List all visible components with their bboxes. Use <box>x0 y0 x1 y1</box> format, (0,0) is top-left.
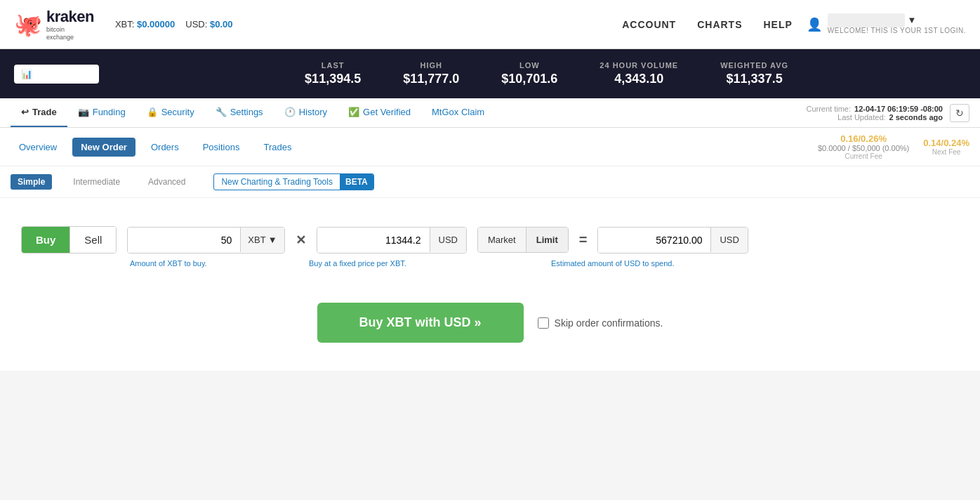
nav-links: ACCOUNT CHARTS HELP <box>622 19 793 30</box>
pair-dropdown-icon: ▼ <box>83 69 92 79</box>
sell-button[interactable]: Sell <box>69 227 116 253</box>
ticker-stats: LAST $11,394.5 HIGH $11,777.0 LOW $10,70… <box>127 61 966 86</box>
chart-icon: 📊 <box>21 69 32 79</box>
amount-input[interactable] <box>128 228 240 253</box>
user-avatar-icon: 👤 <box>807 17 822 32</box>
logo-sub1: bitcoin <box>46 26 65 33</box>
price-input[interactable] <box>317 228 430 253</box>
logo-sub2: exchange <box>46 34 74 41</box>
verified-icon: ✅ <box>348 107 359 117</box>
sub-navigation: Overview New Order Orders Positions Trad… <box>0 128 980 166</box>
ticker-low: LOW $10,701.6 <box>501 61 557 86</box>
tab-security[interactable]: 🔒 Security <box>136 98 205 127</box>
username-display: ▼ <box>828 15 966 25</box>
limit-button[interactable]: Limit <box>526 228 568 252</box>
price-help: Buy at a fixed price per XBT. <box>309 259 446 268</box>
price-currency: USD <box>430 228 466 252</box>
multiply-sign: ✕ <box>296 232 306 248</box>
funding-icon: 📷 <box>78 107 89 117</box>
total-input[interactable] <box>598 228 710 253</box>
ticker-volume: 24 HOUR VOLUME 4,343.10 <box>600 61 678 86</box>
equals-sign: = <box>579 232 588 248</box>
skip-confirm-label: Skip order confirmations. <box>555 317 663 329</box>
amount-help: Amount of XBT to buy. <box>130 259 267 268</box>
subnav-trades[interactable]: Trades <box>255 138 300 157</box>
submit-area: Buy XBT with USD » Skip order confirmati… <box>21 303 959 343</box>
order-type-bar: Simple Intermediate Advanced New Chartin… <box>0 166 980 198</box>
xbt-balance: XBT: $0.00000 <box>115 19 175 29</box>
main-content: ↩ Trade 📷 Funding 🔒 Security 🔧 Settings … <box>0 98 980 371</box>
tab-trade[interactable]: ↩ Trade <box>11 98 67 127</box>
buy-sell-toggle: Buy Sell <box>21 226 117 254</box>
welcome-text: WELCOME! THIS IS YOUR 1ST LOGIN. <box>828 27 966 34</box>
order-type-select: Market Limit <box>477 227 569 253</box>
pair-label: XBT/USD <box>38 69 77 79</box>
ticker-bar: 📊 XBT/USD ▼ LAST $11,394.5 HIGH $11,777.… <box>0 49 980 98</box>
order-row: Buy Sell XBT ▼ ✕ USD Market Limit <box>21 226 959 254</box>
ticker-wavg: WEIGHTED AVG $11,337.5 <box>720 61 788 86</box>
time-area: Current time: 12-04-17 06:19:59 -08:00 L… <box>806 101 943 125</box>
amount-group: XBT ▼ <box>127 227 284 254</box>
buy-submit-button[interactable]: Buy XBT with USD » <box>317 303 524 343</box>
balance-area: XBT: $0.00000 USD: $0.00 <box>115 19 233 29</box>
trading-area: Buy Sell XBT ▼ ✕ USD Market Limit <box>0 198 980 371</box>
order-simple-button[interactable]: Simple <box>11 174 52 190</box>
tab-mtgox[interactable]: MtGox Claim <box>421 98 495 127</box>
market-button[interactable]: Market <box>478 228 526 252</box>
subnav-new-order[interactable]: New Order <box>72 138 135 157</box>
total-group: USD <box>597 227 748 254</box>
history-icon: 🕐 <box>284 107 296 117</box>
amount-currency-select[interactable]: XBT ▼ <box>240 228 284 252</box>
nav-account[interactable]: ACCOUNT <box>622 19 676 30</box>
order-advanced-button[interactable]: Advanced <box>141 174 192 190</box>
next-fee: 0.14/0.24% Next Fee <box>923 138 969 156</box>
beta-button[interactable]: New Charting & Trading Tools BETA <box>213 173 373 190</box>
tab-get-verified[interactable]: ✅ Get Verified <box>338 98 421 127</box>
usd-balance: USD: $0.00 <box>185 19 232 29</box>
subnav-positions[interactable]: Positions <box>194 138 249 157</box>
logo-name: kraken <box>46 8 94 26</box>
user-area: 👤 ▼ WELCOME! THIS IS YOUR 1ST LOGIN. <box>807 15 966 34</box>
total-help: Estimated amount of USD to spend. <box>551 259 674 268</box>
nav-help[interactable]: HELP <box>764 19 793 30</box>
skip-confirm: Skip order confirmations. <box>538 317 663 329</box>
logo-icon: 🐙 <box>14 11 42 38</box>
user-dropdown-icon[interactable]: ▼ <box>907 15 916 25</box>
settings-icon: 🔧 <box>216 107 227 117</box>
amount-currency-arrow: ▼ <box>268 235 277 245</box>
security-icon: 🔒 <box>147 107 158 117</box>
buy-button[interactable]: Buy <box>22 227 69 253</box>
tab-history[interactable]: 🕐 History <box>274 98 338 127</box>
tab-funding[interactable]: 📷 Funding <box>67 98 136 127</box>
price-group: USD <box>317 227 467 254</box>
order-intermediate-button[interactable]: Intermediate <box>66 174 127 190</box>
pair-selector[interactable]: 📊 XBT/USD ▼ <box>14 65 99 84</box>
trade-icon: ↩ <box>21 107 29 117</box>
subnav-orders[interactable]: Orders <box>143 138 187 157</box>
fee-info: 0.16/0.26% $0.0000 / $50,000 (0.00%) Cur… <box>818 133 969 160</box>
tabs-bar: ↩ Trade 📷 Funding 🔒 Security 🔧 Settings … <box>0 98 980 128</box>
order-help-row: Amount of XBT to buy. Buy at a fixed pri… <box>130 254 959 268</box>
top-navigation: 🐙 kraken bitcoin exchange XBT: $0.00000 … <box>0 0 980 49</box>
nav-charts[interactable]: CHARTS <box>697 19 742 30</box>
subnav-overview[interactable]: Overview <box>11 138 65 157</box>
current-fee: 0.16/0.26% $0.0000 / $50,000 (0.00%) Cur… <box>818 133 909 160</box>
ticker-last: LAST $11,394.5 <box>305 61 361 86</box>
ticker-high: HIGH $11,777.0 <box>403 61 459 86</box>
skip-confirmations-checkbox[interactable] <box>538 317 549 329</box>
refresh-button[interactable]: ↻ <box>950 104 969 122</box>
total-currency: USD <box>710 228 747 252</box>
logo: 🐙 kraken bitcoin exchange <box>14 8 94 41</box>
tab-settings[interactable]: 🔧 Settings <box>205 98 274 127</box>
